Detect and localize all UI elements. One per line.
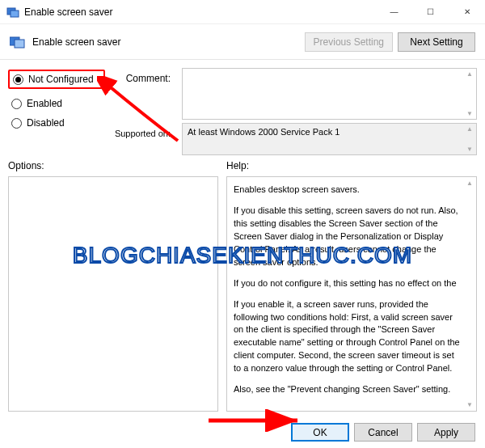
help-label: Help: <box>226 160 477 176</box>
radio-icon <box>11 118 22 129</box>
radio-label: Enabled <box>27 98 62 109</box>
radio-icon <box>11 99 22 109</box>
previous-setting-button: Previous Setting <box>305 32 393 52</box>
radio-label: Not Configured <box>28 74 94 85</box>
dialog-footer: OK Cancel Apply <box>291 423 475 442</box>
help-text: If you do not configure it, this setting… <box>234 277 462 290</box>
cancel-button[interactable]: Cancel <box>354 423 412 442</box>
radio-label: Disabled <box>27 117 65 129</box>
apply-button[interactable]: Apply <box>417 423 475 442</box>
radio-icon <box>13 74 23 85</box>
help-text: Enables desktop screen savers. <box>234 184 462 197</box>
close-button[interactable]: ✕ <box>449 0 485 24</box>
minimize-button[interactable]: — <box>376 0 412 24</box>
scrollbar: ▲▼ <box>463 124 476 154</box>
options-label: Options: <box>8 160 218 176</box>
help-text: If you enable it, a screen saver runs, p… <box>234 298 462 376</box>
radio-disabled[interactable]: Disabled <box>8 113 105 133</box>
supported-on-value: At least Windows 2000 Service Pack 1 <box>188 127 340 137</box>
supported-on-label: Supported on: <box>113 125 174 142</box>
policy-editor-icon <box>6 6 19 19</box>
help-text: If you disable this setting, screen save… <box>234 205 462 269</box>
svg-rect-3 <box>15 40 24 48</box>
options-panel <box>8 176 218 412</box>
window-title: Enable screen saver <box>24 6 376 18</box>
svg-rect-1 <box>11 11 19 17</box>
radio-not-configured[interactable]: Not Configured <box>8 70 105 89</box>
policy-icon <box>10 36 26 49</box>
help-text: Also, see the "Prevent changing Screen S… <box>234 383 462 396</box>
radio-enabled[interactable]: Enabled <box>8 94 105 113</box>
policy-header: Enable screen saver Previous Setting Nex… <box>0 24 485 60</box>
comment-textarea[interactable]: ▲▼ <box>182 68 477 120</box>
scrollbar[interactable]: ▲▼ <box>463 177 476 411</box>
policy-name: Enable screen saver <box>32 36 300 48</box>
supported-on-field: At least Windows 2000 Service Pack 1 ▲▼ <box>182 123 477 155</box>
next-setting-button[interactable]: Next Setting <box>398 32 475 52</box>
ok-button[interactable]: OK <box>291 423 349 442</box>
scrollbar[interactable]: ▲▼ <box>463 69 476 119</box>
comment-label: Comment: <box>113 70 174 87</box>
help-panel: Enables desktop screen savers. If you di… <box>226 176 477 412</box>
maximize-button[interactable]: ☐ <box>412 0 449 24</box>
titlebar: Enable screen saver — ☐ ✕ <box>0 0 485 24</box>
